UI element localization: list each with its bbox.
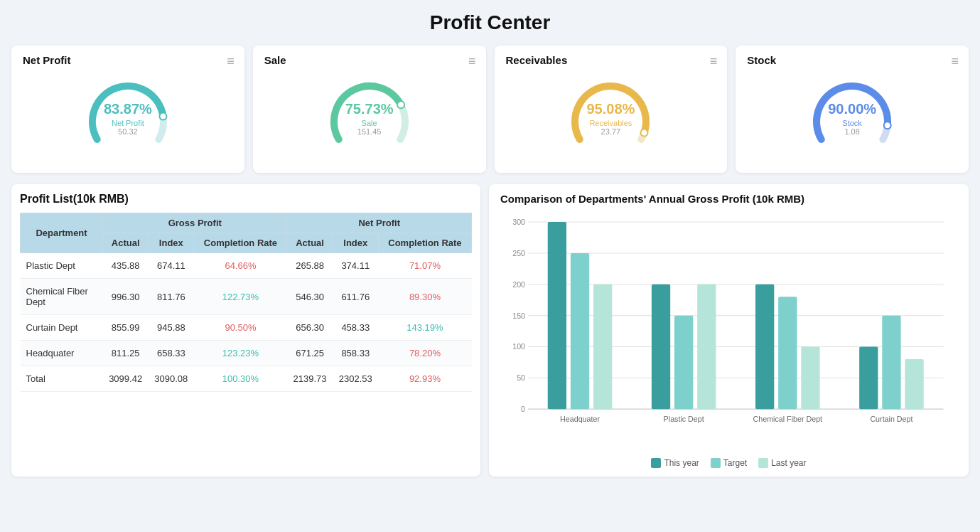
th-gp-index: Index — [149, 233, 194, 253]
card-title-receivables: Receivables — [506, 54, 716, 66]
td-np-rate: 89.30% — [378, 279, 471, 315]
td-department: Plastic Dept — [21, 253, 103, 279]
td-np-actual: 546.30 — [287, 279, 333, 315]
td-gp-index: 811.76 — [149, 279, 194, 315]
svg-rect-29 — [801, 346, 819, 409]
profit-list-panel: Profit List(10k RMB) Department Gross Pr… — [11, 184, 480, 477]
td-gp-index: 658.33 — [149, 341, 194, 366]
td-gp-rate: 100.30% — [194, 366, 287, 392]
legend-item: Target — [711, 458, 747, 468]
profit-list-title: Profit List(10k RMB) — [20, 193, 472, 206]
card-net-profit: Net Profit ≡ 83.87% Net Profit 50.32 — [11, 46, 244, 173]
td-department: Curtain Dept — [21, 315, 103, 341]
th-np-index: Index — [333, 233, 378, 253]
svg-text:150: 150 — [512, 312, 525, 320]
td-np-index: 611.76 — [333, 279, 378, 315]
td-np-rate: 71.07% — [378, 253, 471, 279]
card-title-net-profit: Net Profit — [23, 54, 233, 66]
td-np-actual: 265.88 — [287, 253, 333, 279]
bottom-section: Profit List(10k RMB) Department Gross Pr… — [11, 184, 969, 477]
td-np-actual: 2139.73 — [287, 366, 333, 392]
card-sale: Sale ≡ 75.73% Sale 151.45 — [253, 46, 486, 173]
td-np-index: 2302.53 — [333, 366, 378, 392]
td-gp-rate: 122.73% — [194, 279, 287, 315]
card-title-stock: Stock — [747, 54, 957, 66]
td-department: Chemical FiberDept — [21, 279, 103, 315]
td-gp-actual: 435.88 — [103, 253, 149, 279]
td-gp-rate: 64.66% — [194, 253, 287, 279]
card-stock: Stock ≡ 90.00% Stock 1.08 — [736, 46, 969, 173]
legend-label: Last year — [771, 458, 806, 468]
td-department: Headquater — [21, 341, 103, 366]
td-np-index: 858.33 — [333, 341, 378, 366]
svg-rect-25 — [697, 284, 716, 409]
th-np-rate: Completion Rate — [378, 233, 471, 253]
gauge-svg-sale — [323, 72, 416, 164]
card-title-sale: Sale — [264, 54, 475, 66]
svg-text:Curtain Dept: Curtain Dept — [870, 415, 912, 423]
td-gp-actual: 3099.42 — [103, 366, 149, 392]
legend-label: Target — [723, 458, 747, 468]
gauge-net-profit: 83.87% Net Profit 50.32 — [23, 72, 233, 164]
td-department: Total — [21, 366, 103, 392]
svg-rect-27 — [755, 284, 774, 409]
legend-item: Last year — [758, 458, 806, 468]
top-cards-row: Net Profit ≡ 83.87% Net Profit 50.32 Sal… — [11, 46, 969, 173]
legend-color — [758, 458, 768, 468]
legend-item: This year — [651, 458, 699, 468]
td-np-actual: 671.25 — [287, 341, 333, 366]
profit-table: Department Gross Profit Net Profit Actua… — [20, 213, 472, 392]
gauge-sale: 75.73% Sale 151.45 — [264, 72, 475, 164]
th-net-profit: Net Profit — [287, 213, 472, 233]
svg-point-1 — [397, 101, 404, 108]
svg-text:100: 100 — [512, 342, 525, 351]
chart-legend: This year Target Last year — [500, 458, 957, 468]
svg-text:50: 50 — [517, 373, 525, 382]
table-row: Curtain Dept 855.99 945.88 90.50% 656.30… — [21, 315, 472, 341]
td-gp-rate: 123.23% — [194, 341, 287, 366]
td-gp-actual: 996.30 — [103, 279, 149, 315]
svg-rect-33 — [905, 359, 923, 409]
gauge-svg-net-profit — [82, 72, 174, 164]
card-menu-sale[interactable]: ≡ — [468, 54, 476, 69]
td-gp-actual: 855.99 — [103, 315, 149, 341]
table-row: Total 3099.42 3090.08 100.30% 2139.73 23… — [21, 366, 472, 392]
gauge-svg-stock — [806, 72, 898, 164]
td-np-index: 374.11 — [333, 253, 378, 279]
card-receivables: Receivables ≡ 95.08% Receivables 23.77 — [495, 46, 728, 173]
td-np-index: 458.33 — [333, 315, 378, 341]
svg-text:Plastic Dept: Plastic Dept — [664, 415, 704, 423]
td-gp-index: 3090.08 — [149, 366, 194, 392]
table-row: Plastic Dept 435.88 674.11 64.66% 265.88… — [21, 253, 472, 279]
chart-panel: Comparison of Departments' Annual Gross … — [489, 184, 969, 477]
gauge-stock: 90.00% Stock 1.08 — [747, 72, 957, 164]
card-menu-receivables[interactable]: ≡ — [710, 54, 718, 69]
td-np-rate: 143.19% — [378, 315, 471, 341]
gauge-svg-receivables — [564, 72, 657, 164]
svg-text:0: 0 — [521, 405, 525, 413]
td-np-actual: 656.30 — [287, 315, 333, 341]
table-row: Chemical FiberDept 996.30 811.76 122.73%… — [21, 279, 472, 315]
td-gp-index: 674.11 — [149, 253, 194, 279]
th-gross-profit: Gross Profit — [103, 213, 287, 233]
card-menu-net-profit[interactable]: ≡ — [227, 54, 235, 69]
svg-rect-31 — [859, 346, 878, 409]
table-row: Headquater 811.25 658.33 123.23% 671.25 … — [21, 341, 472, 366]
card-menu-stock[interactable]: ≡ — [951, 54, 959, 69]
td-gp-rate: 90.50% — [194, 315, 287, 341]
svg-rect-19 — [548, 222, 566, 409]
bar-chart-svg: 050100150200250300HeadquaterPlastic Dept… — [500, 212, 957, 454]
svg-point-2 — [641, 129, 648, 137]
th-gp-rate: Completion Rate — [194, 233, 287, 253]
th-department: Department — [21, 213, 103, 253]
legend-color — [651, 458, 661, 468]
svg-rect-23 — [652, 284, 670, 409]
svg-rect-21 — [593, 284, 612, 409]
td-gp-index: 945.88 — [149, 315, 194, 341]
td-np-rate: 78.20% — [378, 341, 471, 366]
bar-chart-area: 050100150200250300HeadquaterPlastic Dept… — [500, 212, 957, 454]
svg-rect-24 — [674, 316, 693, 410]
svg-rect-28 — [778, 297, 797, 409]
svg-text:Headquater: Headquater — [560, 415, 600, 423]
svg-text:200: 200 — [512, 280, 525, 289]
